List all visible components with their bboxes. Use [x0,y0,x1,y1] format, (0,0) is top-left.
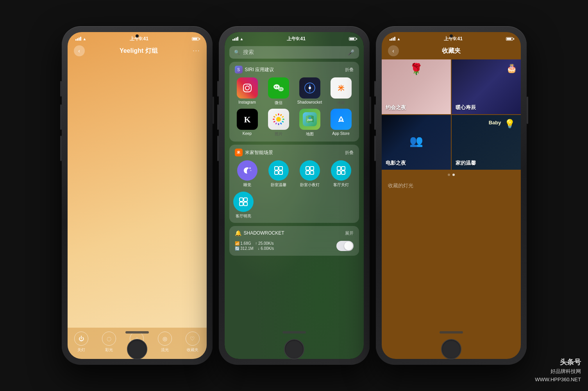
signal-bars-2 [232,37,238,41]
app-instagram[interactable]: Instagram [233,77,261,106]
silent-button-3 [374,81,376,97]
app-photos[interactable]: 照片 [265,109,293,137]
svg-point-29 [309,117,311,119]
speaker-2 [282,331,306,334]
sleep-icon [237,160,257,181]
scene-off[interactable]: 客厅关灯 [327,160,355,188]
scene-bedroom[interactable]: 卧室温馨 [265,160,293,188]
appstore-label: App Store [332,131,349,136]
time-3: 上午9:41 [444,36,463,42]
bright-label: 客厅明亮 [236,213,251,219]
wifi-icon-1: ▲ [83,37,87,41]
phone-1-header: ‹ Yeelight 灯组 ··· [68,44,207,59]
scene-bright[interactable]: 客厅明亮 [233,192,254,219]
sr-toggle[interactable] [336,241,354,251]
svg-point-35 [250,170,251,171]
vol-down-button-2 [217,136,219,161]
sr-expand-button[interactable]: 展开 [345,230,354,236]
home-button-2[interactable] [284,339,304,359]
svg-rect-43 [310,171,314,174]
app-wechat[interactable]: 微信 [265,77,293,106]
svg-point-34 [249,167,251,169]
siri-fold-button[interactable]: 折叠 [345,67,354,73]
search-placeholder: 搜索 [243,49,345,56]
phone-2: ▲ 上午9:41 🔍 搜索 🎤 S [219,26,370,365]
wechat-icon [268,77,289,99]
home-button-3[interactable] [441,339,461,359]
vol-up-button-3 [374,104,376,130]
photo-movie-night[interactable]: 👥 电影之夜 [382,115,451,170]
status-bar-2: ▲ 上午9:41 [225,32,364,44]
svg-point-14 [276,117,281,122]
shadowrocket-app-icon [299,77,320,99]
svg-point-7 [279,89,280,90]
svg-rect-47 [341,171,345,174]
appstore-icon: A [331,109,352,130]
mijia-card-header: 米 米家智能场景 折叠 [229,145,359,159]
scene-nightlight[interactable]: 卧室小夜灯 [296,160,324,188]
photo-home-warmth[interactable]: 💡 Baby 家的温馨 [452,115,521,170]
more-button-1[interactable]: ··· [193,47,200,54]
photo-date-night[interactable]: 🌹 约会之夜 [382,59,451,114]
tab-flow[interactable]: ◎ 流光 [158,332,172,353]
watermark: 头条号 好品牌科技网 WWW.HPP360.NET [535,357,581,384]
tab-color[interactable]: ◌ 彩光 [102,332,116,353]
photo-birthday[interactable]: 🎂 暖心寿辰 [452,59,521,114]
siri-card-header: S SIRI 应用建议 折叠 [229,62,359,76]
vol-up-button [60,104,62,130]
photo-birthday-label: 暖心寿辰 [456,104,476,111]
app-shadowrocket[interactable]: Shadowrocket [296,77,324,106]
signal-bars-1 [75,37,81,41]
phone-2-screen: ▲ 上午9:41 🔍 搜索 🎤 S [225,32,364,359]
mijia-fold-button[interactable]: 折叠 [345,150,354,156]
app-mijia[interactable]: 米 米家 [327,77,355,106]
keep-label: Keep [243,131,252,136]
svg-rect-39 [279,171,282,174]
tab-power[interactable]: ⏻ 关灯 [74,332,88,353]
scene-row2: 客厅明亮 [229,192,359,223]
signal-bars-3 [390,37,395,41]
bar2 [77,38,78,41]
phone-3-header: ‹ 收藏夹 [382,44,521,59]
app-keep[interactable]: K Keep [233,109,261,137]
svg-rect-41 [310,167,314,170]
sr-wifi-stat: 📶 1.68G ↑ 25.00K/s [235,241,274,246]
sr-title-label: SHADOWROCKET [244,230,284,236]
photo-movie-label: 电影之夜 [386,160,406,167]
vol-down-button [60,136,62,161]
upload-speed: ↑ 25.00K/s [255,241,273,246]
mic-icon: 🎤 [348,49,354,56]
status-bar-1: ▲ 上午9:41 [68,32,207,44]
svg-rect-40 [306,167,309,170]
back-button-1[interactable]: ‹ [74,45,85,56]
svg-rect-50 [239,202,243,206]
photo-date-label: 约会之夜 [386,104,406,111]
tab-favorites[interactable]: ♡ 收藏夹 [186,332,200,353]
bar3 [79,38,80,41]
phone-1-screen: ▲ 上午9:41 ‹ Yeelight 灯组 ··· [68,32,207,359]
svg-rect-37 [279,167,282,170]
phone-3-screen: ▲ 上午9:41 ‹ 收藏夹 [382,32,521,359]
bar2-2 [234,38,235,41]
home-button-1[interactable] [127,339,147,359]
bar3-3 [393,38,394,41]
svg-rect-25 [273,116,275,118]
siri-title-label: SIRI 应用建议 [245,66,274,73]
app-maps[interactable]: 280 地图 [296,109,324,137]
bar1-2 [232,39,234,41]
svg-text:米: 米 [338,85,345,91]
speaker-1 [125,331,149,334]
phone-3-title: 收藏夹 [442,47,461,55]
photos-label: 照片 [275,131,282,137]
svg-rect-45 [341,167,345,170]
back-button-3[interactable]: ‹ [388,45,399,56]
svg-point-8 [281,89,282,90]
svg-rect-22 [275,122,277,125]
data-usage: 312.1M [240,246,253,251]
svg-rect-18 [282,119,284,120]
mijia-logo: 米 [235,149,243,156]
app-appstore[interactable]: A App Store [327,109,355,137]
bar4-3 [394,37,395,41]
scene-sleep[interactable]: 睡觉 [233,160,261,188]
search-bar[interactable]: 🔍 搜索 🎤 [229,46,359,59]
